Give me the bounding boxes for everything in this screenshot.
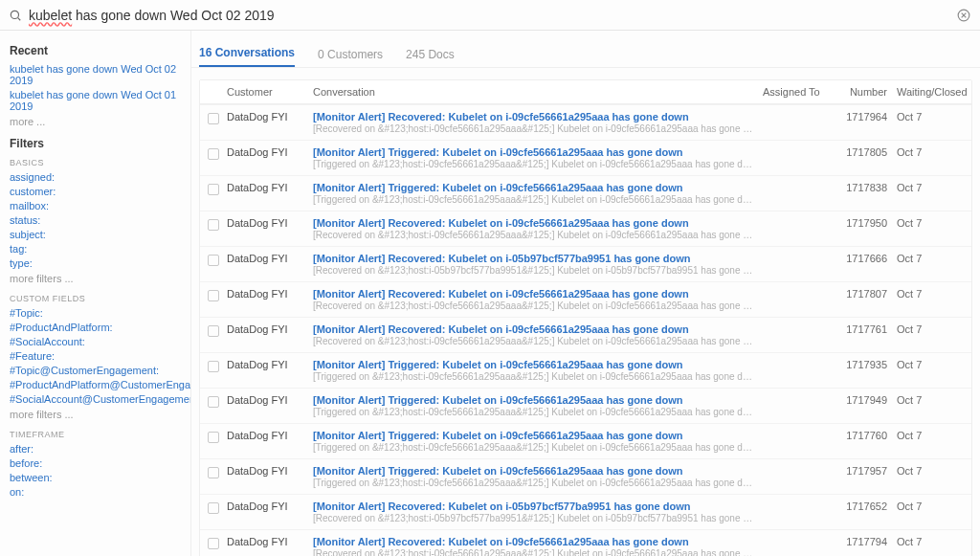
filter-timeframe-2[interactable]: between: xyxy=(10,472,190,483)
filter-custom-5[interactable]: #ProductAndPlatform@CustomerEngagement: xyxy=(10,379,190,390)
basics-more[interactable]: more filters ... xyxy=(10,273,190,284)
row-checkbox[interactable] xyxy=(208,184,219,195)
row-subject[interactable]: [Monitor Alert] Recovered: Kubelet on i-… xyxy=(313,323,753,335)
row-preview: [Recovered on &#123;host:i-05b97bcf577ba… xyxy=(313,265,753,276)
row-conversation: [Monitor Alert] Recovered: Kubelet on i-… xyxy=(313,111,763,134)
filter-custom-3[interactable]: #Feature: xyxy=(10,350,190,362)
row-checkbox[interactable] xyxy=(208,538,219,549)
recent-more[interactable]: more ... xyxy=(10,116,190,127)
row-preview: [Triggered on &#123;host:i-09cfe56661a29… xyxy=(313,194,753,205)
row-conversation: [Monitor Alert] Recovered: Kubelet on i-… xyxy=(313,536,763,556)
row-subject[interactable]: [Monitor Alert] Recovered: Kubelet on i-… xyxy=(313,536,753,547)
row-date: Oct 7 xyxy=(897,359,964,370)
filter-timeframe-1[interactable]: before: xyxy=(10,457,190,469)
search-input[interactable]: kubelet has gone down Wed Oct 02 2019 xyxy=(23,8,955,23)
filter-custom-0[interactable]: #Topic: xyxy=(10,307,190,319)
row-subject[interactable]: [Monitor Alert] Recovered: Kubelet on i-… xyxy=(313,111,753,122)
row-preview: [Recovered on &#123;host:i-09cfe56661a29… xyxy=(313,230,753,240)
row-checkbox[interactable] xyxy=(208,396,219,408)
row-preview: [Triggered on &#123;host:i-09cfe56661a29… xyxy=(313,407,753,417)
table-row[interactable]: DataDog FYI[Monitor Alert] Recovered: Ku… xyxy=(200,529,971,556)
row-checkbox[interactable] xyxy=(208,432,219,443)
row-subject[interactable]: [Monitor Alert] Triggered: Kubelet on i-… xyxy=(313,359,753,370)
tab-docs[interactable]: 245 Docs xyxy=(406,42,455,67)
recent-item-0[interactable]: kubelet has gone down Wed Oct 02 2019 xyxy=(10,63,190,86)
table-row[interactable]: DataDog FYI[Monitor Alert] Triggered: Ku… xyxy=(200,423,971,458)
filter-basic-4[interactable]: subject: xyxy=(10,229,190,240)
filter-basic-0[interactable]: assigned: xyxy=(10,171,190,183)
filter-basic-5[interactable]: tag: xyxy=(10,243,190,255)
hdr-number[interactable]: Number xyxy=(839,86,897,98)
filter-basic-3[interactable]: status: xyxy=(10,214,190,226)
filter-custom-1[interactable]: #ProductAndPlatform: xyxy=(10,322,190,333)
search-icon xyxy=(8,8,23,23)
row-customer: DataDog FYI xyxy=(227,146,313,158)
row-checkbox[interactable] xyxy=(208,467,219,478)
table-row[interactable]: DataDog FYI[Monitor Alert] Recovered: Ku… xyxy=(200,246,971,281)
row-subject[interactable]: [Monitor Alert] Triggered: Kubelet on i-… xyxy=(313,146,753,158)
search-rest: has gone down Wed Oct 02 2019 xyxy=(72,8,274,23)
tab-conversations[interactable]: 16 Conversations xyxy=(199,40,295,67)
hdr-assigned[interactable]: Assigned To xyxy=(763,86,839,98)
row-checkbox[interactable] xyxy=(208,361,219,372)
row-date: Oct 7 xyxy=(897,430,964,441)
tab-customers[interactable]: 0 Customers xyxy=(318,42,383,67)
row-date: Oct 7 xyxy=(897,536,964,547)
row-checkbox[interactable] xyxy=(208,113,219,124)
close-icon[interactable] xyxy=(955,7,972,24)
row-subject[interactable]: [Monitor Alert] Recovered: Kubelet on i-… xyxy=(313,288,753,300)
row-customer: DataDog FYI xyxy=(227,323,313,335)
hdr-conversation[interactable]: Conversation xyxy=(313,86,763,98)
table-row[interactable]: DataDog FYI[Monitor Alert] Triggered: Ku… xyxy=(200,458,971,494)
row-subject[interactable]: [Monitor Alert] Recovered: Kubelet on i-… xyxy=(313,217,753,229)
row-subject[interactable]: [Monitor Alert] Triggered: Kubelet on i-… xyxy=(313,182,753,193)
table-row[interactable]: DataDog FYI[Monitor Alert] Recovered: Ku… xyxy=(200,317,971,352)
filter-basic-1[interactable]: customer: xyxy=(10,186,190,197)
hdr-date[interactable]: Waiting/Closed xyxy=(897,86,964,98)
row-customer: DataDog FYI xyxy=(227,253,313,264)
row-date: Oct 7 xyxy=(897,323,964,335)
filter-custom-4[interactable]: #Topic@CustomerEngagement: xyxy=(10,365,190,376)
hdr-customer[interactable]: Customer xyxy=(227,86,313,98)
table-row[interactable]: DataDog FYI[Monitor Alert] Recovered: Ku… xyxy=(200,494,971,529)
row-customer: DataDog FYI xyxy=(227,111,313,122)
row-checkbox[interactable] xyxy=(208,502,219,514)
table-row[interactable]: DataDog FYI[Monitor Alert] Recovered: Ku… xyxy=(200,281,971,317)
table-header: Customer Conversation Assigned To Number… xyxy=(200,80,971,104)
svg-line-1 xyxy=(18,17,21,20)
filter-timeframe-3[interactable]: on: xyxy=(10,486,190,498)
row-date: Oct 7 xyxy=(897,182,964,193)
row-subject[interactable]: [Monitor Alert] Triggered: Kubelet on i-… xyxy=(313,394,753,406)
row-subject[interactable]: [Monitor Alert] Recovered: Kubelet on i-… xyxy=(313,253,753,264)
filter-custom-6[interactable]: #SocialAccount@CustomerEngagement: xyxy=(10,393,190,405)
table-row[interactable]: DataDog FYI[Monitor Alert] Triggered: Ku… xyxy=(200,175,971,211)
recent-item-1[interactable]: kubelet has gone down Wed Oct 01 2019 xyxy=(10,89,190,112)
row-subject[interactable]: [Monitor Alert] Triggered: Kubelet on i-… xyxy=(313,465,753,477)
row-checkbox[interactable] xyxy=(208,148,219,160)
row-number: 1717935 xyxy=(839,359,897,370)
row-conversation: [Monitor Alert] Triggered: Kubelet on i-… xyxy=(313,359,763,382)
row-date: Oct 7 xyxy=(897,500,964,512)
row-preview: [Triggered on &#123;host:i-09cfe56661a29… xyxy=(313,371,753,382)
row-customer: DataDog FYI xyxy=(227,430,313,441)
filter-basic-6[interactable]: type: xyxy=(10,257,190,269)
custom-more[interactable]: more filters ... xyxy=(10,409,190,420)
table-row[interactable]: DataDog FYI[Monitor Alert] Triggered: Ku… xyxy=(200,352,971,388)
table-row[interactable]: DataDog FYI[Monitor Alert] Triggered: Ku… xyxy=(200,140,971,175)
row-conversation: [Monitor Alert] Recovered: Kubelet on i-… xyxy=(313,288,763,311)
row-checkbox[interactable] xyxy=(208,255,219,266)
row-number: 1717760 xyxy=(839,430,897,441)
table-row[interactable]: DataDog FYI[Monitor Alert] Recovered: Ku… xyxy=(200,104,971,140)
row-subject[interactable]: [Monitor Alert] Triggered: Kubelet on i-… xyxy=(313,430,753,441)
row-conversation: [Monitor Alert] Recovered: Kubelet on i-… xyxy=(313,323,763,346)
table-row[interactable]: DataDog FYI[Monitor Alert] Recovered: Ku… xyxy=(200,211,971,246)
filter-basic-2[interactable]: mailbox: xyxy=(10,200,190,211)
table-row[interactable]: DataDog FYI[Monitor Alert] Triggered: Ku… xyxy=(200,388,971,423)
filter-custom-2[interactable]: #SocialAccount: xyxy=(10,336,190,347)
row-subject[interactable]: [Monitor Alert] Recovered: Kubelet on i-… xyxy=(313,500,753,512)
row-checkbox[interactable] xyxy=(208,219,219,231)
row-checkbox[interactable] xyxy=(208,290,219,301)
basics-label: BASICS xyxy=(10,158,190,167)
filter-timeframe-0[interactable]: after: xyxy=(10,443,190,455)
row-checkbox[interactable] xyxy=(208,325,219,337)
